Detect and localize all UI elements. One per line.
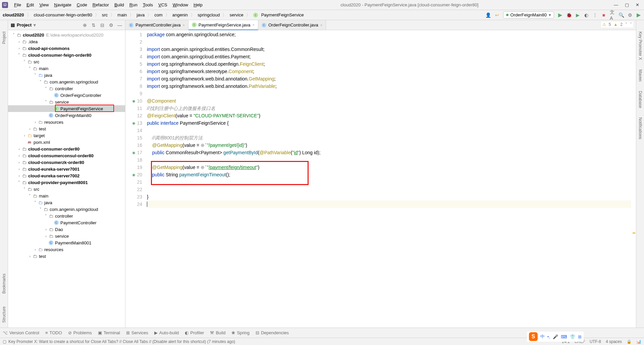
tree-row[interactable]: CPaymentController — [8, 219, 125, 226]
bottom-dependencies[interactable]: ⊟Dependencies — [256, 330, 289, 335]
stop-icon[interactable]: ■ — [601, 12, 606, 18]
bottom-auto-build[interactable]: ▶Auto-build — [154, 330, 179, 335]
chevron-down-icon[interactable]: ▾ — [34, 22, 36, 27]
tree-row[interactable]: ˅🗀com.angenin.springcloud — [8, 206, 125, 213]
bottom-services[interactable]: ⊞Services — [126, 330, 148, 335]
tree-row[interactable]: ˅🗀main — [8, 65, 125, 72]
translate-icon[interactable]: 文A — [610, 12, 615, 18]
tree-row[interactable]: ˅🗀src — [8, 58, 125, 65]
readonly-icon[interactable]: 🔒 — [627, 339, 632, 344]
chevron-up-icon[interactable]: ˄ — [625, 22, 627, 27]
tree-row[interactable]: ›🗀cloud-eureka-server7002 — [8, 172, 125, 179]
bottom-spring[interactable]: ❀Spring — [231, 330, 250, 335]
crumb-7[interactable]: springcloud — [198, 12, 220, 17]
tree-row[interactable]: ›🗀resources — [8, 246, 125, 253]
gear-icon[interactable]: ⚙ — [627, 12, 633, 18]
search-icon[interactable]: 🔍 — [619, 12, 624, 18]
tree-row[interactable]: ˅🗀cloud-consumer-feign-order80 — [8, 52, 125, 58]
menu-help[interactable]: Help — [191, 2, 205, 7]
tree-row[interactable]: ˅🗀controller — [8, 85, 125, 92]
tree-row[interactable]: CPaymentMain8001 — [8, 239, 125, 246]
editor-scrollbar[interactable] — [631, 30, 636, 328]
locate-icon[interactable]: ⊕ — [82, 22, 88, 28]
menu-navigate[interactable]: Navigate — [51, 2, 74, 7]
tree-row[interactable]: ›🗀test — [8, 253, 125, 260]
debug-icon[interactable]: 🐞 — [566, 12, 572, 18]
tree-row[interactable]: ˅🗀java — [8, 199, 125, 206]
close-tab-icon[interactable]: × — [252, 23, 254, 27]
bottom-terminal[interactable]: ▣Terminal — [98, 330, 120, 335]
editor-tab[interactable]: IPaymentFeignService.java× — [189, 20, 258, 30]
ime-punct[interactable]: •, — [547, 334, 550, 339]
database-tool-tab[interactable]: Database — [637, 90, 643, 109]
menu-tools[interactable]: Tools — [140, 2, 156, 7]
crumb-2[interactable]: src — [102, 12, 108, 17]
menu-window[interactable]: Window — [170, 2, 191, 7]
minimize-icon[interactable]: — — [614, 2, 618, 7]
ime-person[interactable]: 👕 — [570, 334, 575, 339]
encoding[interactable]: UTF-8 — [590, 339, 601, 344]
tree-row[interactable]: ›🗀cloud-consumer-order80 — [8, 146, 125, 152]
bottom-problems[interactable]: ⊘Problems — [68, 330, 92, 335]
tree-row[interactable]: ˅🗀com.angenin.springcloud — [8, 78, 125, 85]
tree-row[interactable]: ˅🗀service — [8, 99, 125, 105]
chevron-down-icon[interactable]: ˅ — [630, 22, 632, 27]
ime-lang[interactable]: 中 — [540, 334, 545, 340]
menu-vcs[interactable]: VCS — [156, 2, 170, 7]
tree-row[interactable]: ›🗀Dao — [8, 226, 125, 233]
project-pane-title[interactable]: Project — [17, 22, 32, 27]
keypromoter-tool-tab[interactable]: Key Promoter X — [637, 30, 643, 61]
tree-row[interactable]: ›🗀cloud-eureka-server7001 — [8, 166, 125, 172]
menu-view[interactable]: View — [37, 2, 51, 7]
editor-tab[interactable]: COrderFeignController.java× — [258, 20, 326, 30]
crumb-8[interactable]: service — [229, 12, 243, 17]
tree-row[interactable]: ›🗀cloud-consumerzk-order80 — [8, 159, 125, 166]
crumb-4[interactable]: java — [137, 12, 145, 17]
menu-edit[interactable]: Edit — [24, 2, 37, 7]
notifications-tool-tab[interactable]: Notifications — [637, 116, 643, 140]
code-area[interactable]: package com.angenin.springcloud.service;… — [144, 30, 636, 328]
bottom-todo[interactable]: ≡TODO — [45, 330, 62, 335]
tree-row[interactable]: ˅🗀cloud-provider-payment8001 — [8, 179, 125, 186]
run-icon[interactable]: ▶ — [557, 12, 563, 18]
add-user-icon[interactable]: 👤 — [486, 12, 491, 18]
tree-row[interactable]: ›🗀resources — [8, 119, 125, 125]
tree-row[interactable]: ›🗀cloud-consumerconsul-order80 — [8, 152, 125, 159]
status-message[interactable]: Key Promoter X: Want to create a shortcu… — [8, 339, 235, 344]
editor-tab[interactable]: CPaymentController.java× — [125, 20, 189, 30]
bottom-version-control[interactable]: ⌥Version Control — [3, 330, 39, 335]
ime-toolbar[interactable]: S 中 •, 🎤 ⌨ 👕 ⊞ — [527, 332, 584, 342]
maximize-icon[interactable]: ▢ — [625, 2, 629, 7]
ime-keyboard[interactable]: ⌨ — [561, 334, 567, 339]
gear-icon[interactable]: ⚙ — [108, 22, 114, 28]
ime-voice[interactable]: 🎤 — [553, 334, 558, 339]
menu-code[interactable]: Code — [74, 2, 90, 7]
tree-row[interactable]: ›🗀service — [8, 233, 125, 239]
ime-grid[interactable]: ⊞ — [578, 334, 582, 339]
tree-row[interactable]: mpom.xml — [8, 139, 125, 146]
bottom-build[interactable]: ⚒Build — [210, 330, 225, 335]
mem-icon[interactable]: 📊 — [636, 339, 641, 344]
project-tool-tab[interactable]: Project — [1, 30, 7, 45]
back-icon[interactable]: ↩ — [494, 12, 500, 18]
tree-row[interactable]: IPaymentFeignService — [8, 105, 125, 112]
menu-refactor[interactable]: Refactor — [90, 2, 112, 7]
tree-row[interactable]: COrderFeignController — [8, 92, 125, 99]
tree-row[interactable]: COrderFeignMain80 — [8, 112, 125, 119]
coverage-icon[interactable]: ▶ — [575, 12, 580, 18]
tree-row[interactable]: ˅🗀controller — [8, 213, 125, 219]
tree-row[interactable]: ›🗀.idea — [8, 38, 125, 45]
tree-row[interactable]: ˅🗀java — [8, 72, 125, 78]
tree-row[interactable]: ›🗀cloud-api-commons — [8, 45, 125, 52]
crumb-9[interactable]: PaymentFeignService — [261, 12, 304, 17]
close-icon[interactable]: ✕ — [636, 2, 639, 7]
menu-file[interactable]: File — [11, 2, 24, 7]
bookmarks-tool-tab[interactable]: Bookmarks — [1, 272, 7, 295]
more-run-icon[interactable]: ⋮ — [592, 12, 598, 18]
crumb-6[interactable]: angenin — [172, 12, 188, 17]
run2-icon[interactable]: ▶ — [636, 12, 641, 18]
run-config-select[interactable]: OrderFeignMain80 ▾ — [503, 11, 554, 18]
tree-row[interactable]: ˅🗀main — [8, 192, 125, 199]
crumb-0[interactable]: cloud2020 — [3, 12, 24, 17]
tree-row[interactable]: ›🗀test — [8, 125, 125, 132]
